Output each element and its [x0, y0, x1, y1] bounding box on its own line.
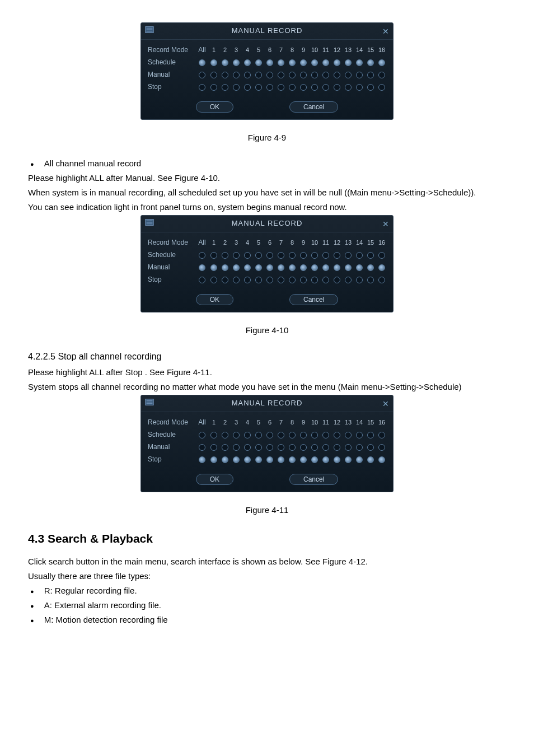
- ch-radio[interactable]: [277, 442, 285, 452]
- ch-radio[interactable]: [299, 250, 308, 260]
- ch-radio[interactable]: [321, 454, 330, 465]
- ch-radio[interactable]: [299, 442, 308, 452]
- all-schedule-radio[interactable]: [195, 250, 209, 260]
- close-icon[interactable]: ✕: [382, 398, 390, 410]
- ch-radio[interactable]: [243, 454, 252, 465]
- ch-radio[interactable]: [332, 442, 341, 452]
- ch-radio[interactable]: [265, 69, 274, 80]
- ch-radio[interactable]: [254, 430, 263, 440]
- ch-radio[interactable]: [277, 57, 285, 68]
- ch-radio[interactable]: [377, 57, 386, 68]
- ch-radio[interactable]: [209, 250, 218, 260]
- ch-radio[interactable]: [344, 82, 353, 92]
- ch-radio[interactable]: [277, 250, 285, 260]
- ch-radio[interactable]: [310, 262, 319, 273]
- ch-radio[interactable]: [355, 430, 364, 440]
- ch-radio[interactable]: [310, 82, 319, 92]
- ch-radio[interactable]: [366, 442, 375, 452]
- ch-radio[interactable]: [254, 442, 263, 452]
- ch-radio[interactable]: [209, 57, 218, 68]
- ch-radio[interactable]: [221, 82, 229, 92]
- ch-radio[interactable]: [288, 274, 297, 285]
- ch-radio[interactable]: [366, 454, 375, 465]
- ch-radio[interactable]: [299, 82, 308, 92]
- ch-radio[interactable]: [344, 250, 353, 260]
- ch-radio[interactable]: [265, 454, 274, 465]
- ch-radio[interactable]: [377, 262, 386, 273]
- ch-radio[interactable]: [321, 442, 330, 452]
- ch-radio[interactable]: [277, 274, 285, 285]
- ch-radio[interactable]: [344, 57, 353, 68]
- ch-radio[interactable]: [243, 82, 252, 92]
- ch-radio[interactable]: [366, 57, 375, 68]
- ch-radio[interactable]: [366, 274, 375, 285]
- ch-radio[interactable]: [232, 69, 241, 80]
- ch-radio[interactable]: [321, 274, 330, 285]
- ch-radio[interactable]: [377, 274, 386, 285]
- ch-radio[interactable]: [221, 69, 229, 80]
- ch-radio[interactable]: [232, 82, 241, 92]
- ch-radio[interactable]: [232, 442, 241, 452]
- ch-radio[interactable]: [288, 442, 297, 452]
- ch-radio[interactable]: [288, 262, 297, 273]
- ch-radio[interactable]: [288, 250, 297, 260]
- close-icon[interactable]: ✕: [382, 25, 390, 38]
- ch-radio[interactable]: [366, 69, 375, 80]
- ch-radio[interactable]: [321, 82, 330, 92]
- ch-radio[interactable]: [366, 430, 375, 440]
- ch-radio[interactable]: [344, 442, 353, 452]
- all-stop-radio[interactable]: [195, 454, 209, 465]
- all-schedule-radio[interactable]: [195, 430, 209, 440]
- close-icon[interactable]: ✕: [382, 218, 390, 230]
- ch-radio[interactable]: [299, 69, 308, 80]
- ch-radio[interactable]: [366, 250, 375, 260]
- ch-radio[interactable]: [355, 57, 364, 68]
- ch-radio[interactable]: [209, 274, 218, 285]
- ch-radio[interactable]: [310, 250, 319, 260]
- ch-radio[interactable]: [310, 442, 319, 452]
- ch-radio[interactable]: [321, 262, 330, 273]
- ch-radio[interactable]: [243, 57, 252, 68]
- ch-radio[interactable]: [355, 250, 364, 260]
- cancel-button[interactable]: Cancel: [289, 474, 338, 485]
- ch-radio[interactable]: [321, 430, 330, 440]
- ch-radio[interactable]: [232, 430, 241, 440]
- ch-radio[interactable]: [221, 442, 229, 452]
- ch-radio[interactable]: [344, 454, 353, 465]
- ch-radio[interactable]: [310, 274, 319, 285]
- ch-radio[interactable]: [321, 57, 330, 68]
- ch-radio[interactable]: [277, 69, 285, 80]
- all-manual-radio[interactable]: [195, 442, 209, 452]
- ch-radio[interactable]: [355, 69, 364, 80]
- ch-radio[interactable]: [344, 69, 353, 80]
- all-schedule-radio[interactable]: [195, 57, 209, 68]
- ch-radio[interactable]: [221, 57, 229, 68]
- ch-radio[interactable]: [254, 262, 263, 273]
- ch-radio[interactable]: [299, 262, 308, 273]
- ch-radio[interactable]: [254, 82, 263, 92]
- ch-radio[interactable]: [332, 274, 341, 285]
- ch-radio[interactable]: [265, 82, 274, 92]
- ch-radio[interactable]: [299, 430, 308, 440]
- ch-radio[interactable]: [209, 262, 218, 273]
- cancel-button[interactable]: Cancel: [289, 294, 338, 305]
- ch-radio[interactable]: [209, 82, 218, 92]
- ch-radio[interactable]: [265, 262, 274, 273]
- ch-radio[interactable]: [344, 274, 353, 285]
- ch-radio[interactable]: [355, 274, 364, 285]
- ch-radio[interactable]: [377, 430, 386, 440]
- ch-radio[interactable]: [321, 250, 330, 260]
- ch-radio[interactable]: [355, 454, 364, 465]
- ch-radio[interactable]: [209, 454, 218, 465]
- all-stop-radio[interactable]: [195, 274, 209, 285]
- ch-radio[interactable]: [332, 262, 341, 273]
- ch-radio[interactable]: [321, 69, 330, 80]
- ch-radio[interactable]: [355, 442, 364, 452]
- ch-radio[interactable]: [265, 430, 274, 440]
- all-manual-radio[interactable]: [195, 262, 209, 273]
- ch-radio[interactable]: [254, 454, 263, 465]
- ch-radio[interactable]: [299, 274, 308, 285]
- ch-radio[interactable]: [310, 430, 319, 440]
- ch-radio[interactable]: [277, 430, 285, 440]
- ch-radio[interactable]: [277, 262, 285, 273]
